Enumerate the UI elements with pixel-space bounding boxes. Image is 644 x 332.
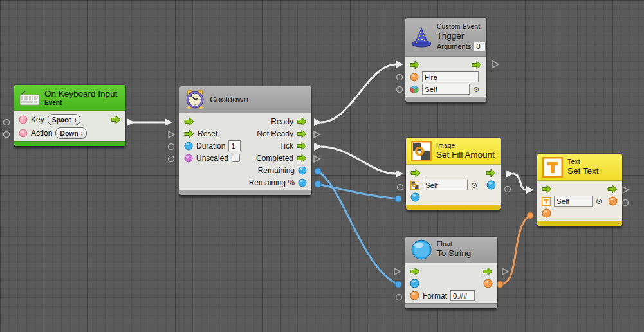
float-output-port-icon[interactable] (298, 166, 307, 175)
port-stub-cooldown-unscaled[interactable] (169, 156, 174, 162)
action-dropdown[interactable]: Down▴▾ (55, 127, 87, 139)
flow-output-port-icon[interactable] (297, 117, 307, 126)
node-title: Set Text (567, 166, 599, 176)
node-text-set-text[interactable]: Text Set Text ⊙ (537, 154, 622, 226)
port-stub-tostring-exit[interactable] (502, 268, 508, 275)
node-on-keyboard-input[interactable]: On Keyboard Input Event Key Space▴▾ Acti… (14, 85, 125, 146)
object-picker-icon[interactable]: ⊙ (473, 86, 479, 93)
node-kind: Text (567, 158, 599, 166)
node-footer (405, 97, 486, 102)
alarm-clock-icon (185, 89, 205, 110)
duration-input[interactable] (228, 140, 241, 151)
flow-input-port-icon[interactable] (410, 267, 420, 276)
arguments-input[interactable] (474, 42, 486, 51)
node-kind: Custom Event (437, 23, 486, 31)
target-input[interactable] (554, 196, 593, 207)
node-footer (537, 221, 622, 226)
string-output-port-icon[interactable] (608, 196, 618, 206)
flow-input-port-icon[interactable] (410, 60, 420, 69)
flow-input-port-icon[interactable] (184, 117, 194, 126)
float-output-port-icon[interactable] (298, 178, 307, 187)
format-input[interactable] (450, 290, 475, 301)
event-name-input[interactable] (422, 71, 479, 82)
port-stub-cooldown-notready[interactable] (314, 131, 320, 138)
port-stub-cooldown-reset[interactable] (169, 131, 174, 138)
port-stub-setfill-target[interactable] (398, 185, 403, 190)
image-port-icon[interactable] (410, 181, 419, 190)
node-title: Trigger (437, 31, 486, 41)
wire-tick-to-setfill[interactable] (321, 147, 396, 174)
format-label: Format (423, 291, 447, 300)
float-type-icon (410, 239, 432, 261)
node-title: Cooldown (210, 95, 248, 105)
node-kind: Image (436, 142, 495, 150)
wire-remainingpct-to-setfill[interactable] (318, 184, 398, 199)
flow-output-port-icon[interactable] (297, 154, 307, 163)
flow-output-port-icon[interactable] (297, 142, 307, 151)
wizard-hat-icon (410, 27, 432, 48)
float-input-port-icon[interactable] (410, 192, 420, 202)
port-stub-tostring-enter[interactable] (394, 268, 400, 275)
string-port-icon[interactable] (410, 73, 419, 82)
port-stub-tostring-format[interactable] (396, 295, 402, 300)
float-port-icon[interactable] (184, 142, 193, 151)
port-label-completed: Completed (256, 154, 293, 163)
object-picker-icon[interactable]: ⊙ (596, 198, 602, 205)
flow-input-port-icon[interactable] (184, 129, 194, 138)
port-stub-settext-out[interactable] (623, 200, 629, 206)
gameobject-cube-icon[interactable] (410, 85, 419, 94)
unscaled-checkbox[interactable] (232, 154, 240, 162)
flow-output-port-icon[interactable] (486, 169, 496, 178)
graph-canvas[interactable]: { "colors": { "canvas_bg": "#5a5a5a", "e… (0, 0, 644, 332)
port-label-key: Key (31, 115, 44, 124)
port-stub-trigger-target[interactable] (397, 87, 403, 93)
flow-output-port-icon[interactable] (607, 185, 618, 194)
target-input[interactable] (423, 180, 468, 190)
port-stub-trigger-name[interactable] (397, 75, 403, 80)
port-stub-keyboard-key[interactable] (4, 120, 10, 125)
target-input[interactable] (422, 84, 470, 95)
node-title: To String (437, 248, 471, 259)
node-footer (405, 303, 497, 308)
string-output-port-icon[interactable] (483, 279, 493, 288)
port-stub-cooldown-duration[interactable] (169, 144, 174, 150)
port-label-remaining: Remaining (258, 166, 295, 175)
port-label-tick: Tick (279, 142, 293, 151)
flow-input-port-icon[interactable] (542, 185, 552, 194)
node-image-set-fill-amount[interactable]: Image Set Fill Amount ⊙ (406, 138, 501, 210)
port-stub-trigger-exit[interactable] (493, 61, 499, 68)
node-footer (406, 205, 501, 210)
node-footer (179, 190, 311, 195)
node-footer (14, 141, 125, 146)
float-output-port-icon[interactable] (486, 180, 496, 190)
wire-remaining-to-tostring[interactable] (318, 171, 398, 284)
string-input-port-icon[interactable] (410, 291, 419, 300)
node-float-to-string[interactable]: Float To String Format (405, 237, 497, 308)
string-wire-endpoints[interactable] (497, 212, 533, 288)
flow-input-port-icon[interactable] (410, 169, 421, 178)
float-input-port-icon[interactable] (410, 279, 419, 288)
flow-output-port-icon[interactable] (472, 60, 482, 69)
text-port-icon[interactable] (542, 197, 551, 206)
port-stub-cooldown-completed[interactable] (314, 156, 320, 162)
bool-port-icon[interactable] (184, 154, 193, 163)
string-input-port-icon[interactable] (542, 208, 551, 218)
flow-output-port-icon[interactable] (297, 129, 307, 138)
flow-output-port-icon[interactable] (111, 115, 121, 124)
port-label-remaining-pct: Remaining % (249, 178, 295, 187)
node-custom-event-trigger[interactable]: Custom Event Trigger Arguments (405, 18, 486, 102)
wire-ready-to-trigger[interactable] (321, 64, 396, 122)
node-cooldown[interactable]: Cooldown Ready Reset Not Ready (179, 86, 311, 195)
port-stub-keyboard-action[interactable] (4, 132, 10, 138)
enum-port-icon[interactable] (19, 129, 28, 138)
port-label-reset: Reset (198, 129, 217, 138)
flow-output-port-icon[interactable] (483, 267, 493, 276)
enum-port-icon[interactable] (19, 115, 28, 124)
node-subtitle: Event (44, 99, 117, 107)
object-picker-icon[interactable]: ⊙ (471, 181, 477, 189)
wire-setfill-to-settext[interactable] (513, 174, 526, 190)
node-kind: Float (437, 241, 471, 248)
key-dropdown[interactable]: Space▴▾ (48, 114, 80, 125)
port-stub-settext-exit[interactable] (623, 187, 629, 193)
port-stub-setfill-out[interactable] (505, 187, 511, 192)
